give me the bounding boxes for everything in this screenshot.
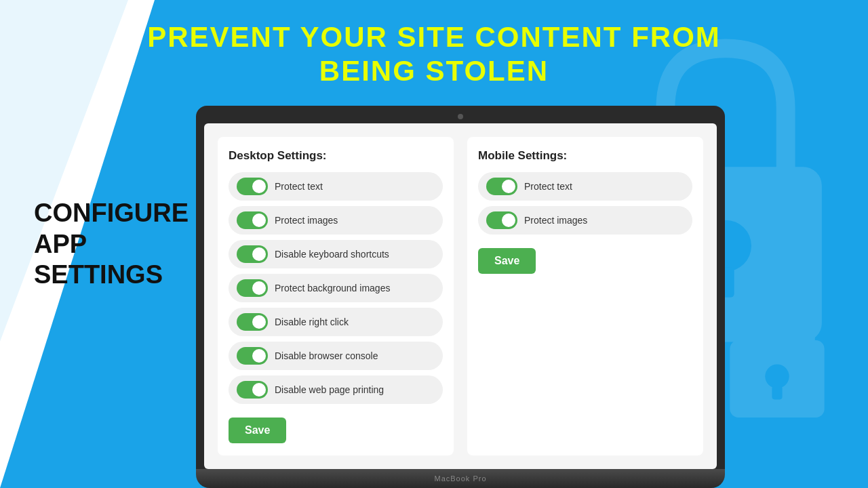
desktop-panel-title: Desktop Settings:	[229, 149, 443, 163]
left-text-section: CONFIGURE APP SETTINGS	[34, 198, 189, 291]
toggle-label-disable-console: Disable browser console	[275, 350, 378, 361]
left-line1: CONFIGURE	[34, 199, 189, 227]
toggle-row-protect-text: Protect text	[229, 172, 443, 201]
toggle-row-disable-console: Disable browser console	[229, 342, 443, 370]
toggle-row-protect-images: Protect images	[229, 206, 443, 235]
toggle-label-disable-keyboard: Disable keyboard shortcuts	[275, 249, 389, 260]
mobile-save-button[interactable]: Save	[478, 248, 536, 274]
header-section: PREVENT YOUR SITE CONTENT FROM BEING STO…	[129, 20, 739, 89]
mobile-toggle-label-protect-text: Protect text	[524, 181, 572, 192]
toggle-row-disable-printing: Disable web page printing	[229, 375, 443, 404]
toggle-disable-printing[interactable]	[237, 381, 268, 399]
toggle-disable-console[interactable]	[237, 347, 268, 365]
toggle-row-disable-right-click: Disable right click	[229, 308, 443, 336]
toggle-label-disable-right-click: Disable right click	[275, 317, 349, 327]
desktop-settings-panel: Desktop Settings: Protect text Protect i…	[218, 137, 454, 455]
mobile-toggle-label-protect-images: Protect images	[524, 215, 587, 226]
laptop-container: Desktop Settings: Protect text Protect i…	[196, 106, 725, 488]
toggle-disable-right-click[interactable]	[237, 313, 268, 331]
mobile-toggle-row-protect-text: Protect text	[478, 172, 692, 201]
header-title-line1: PREVENT YOUR SITE CONTENT FROM	[147, 21, 721, 53]
left-line3: SETTINGS	[34, 260, 163, 289]
toggle-label-disable-printing: Disable web page printing	[275, 384, 384, 395]
desktop-save-button[interactable]: Save	[229, 418, 286, 443]
toggle-protect-images[interactable]	[237, 211, 268, 229]
laptop-brand-label: MacBook Pro	[434, 474, 486, 483]
laptop-base: MacBook Pro	[196, 469, 725, 488]
toggle-disable-keyboard[interactable]	[237, 245, 268, 263]
mobile-toggle-protect-images[interactable]	[486, 211, 517, 229]
laptop-camera	[458, 114, 463, 119]
mobile-panel-title: Mobile Settings:	[478, 149, 692, 163]
toggle-protect-bg-images[interactable]	[237, 279, 268, 297]
toggle-label-protect-bg-images: Protect background images	[275, 283, 390, 293]
toggle-row-protect-bg-images: Protect background images	[229, 274, 443, 302]
mobile-toggle-row-protect-images: Protect images	[478, 206, 692, 235]
header-title-line2: BEING STOLEN	[319, 55, 549, 87]
toggle-protect-text[interactable]	[237, 178, 268, 195]
toggle-label-protect-text: Protect text	[275, 181, 323, 192]
laptop-screen-outer: Desktop Settings: Protect text Protect i…	[196, 106, 725, 469]
laptop-screen-inner: Desktop Settings: Protect text Protect i…	[204, 123, 717, 469]
toggle-label-protect-images: Protect images	[275, 215, 338, 226]
svg-point-4	[765, 364, 789, 388]
mobile-toggle-protect-text[interactable]	[486, 178, 517, 195]
toggle-row-disable-keyboard: Disable keyboard shortcuts	[229, 240, 443, 268]
left-line2: APP	[34, 229, 87, 258]
mobile-settings-panel: Mobile Settings: Protect text Protect im…	[467, 137, 703, 455]
svg-rect-5	[772, 386, 782, 399]
